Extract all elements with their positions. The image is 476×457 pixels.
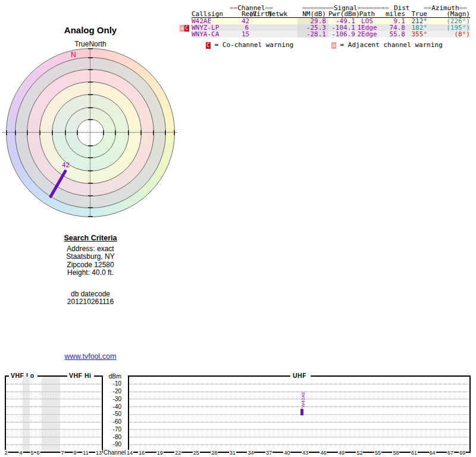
search-criteria-title: Search Criteria [31, 232, 150, 243]
uhf-signal-bar-w42ae [300, 409, 303, 415]
dbm-tick-label: -90 [100, 441, 121, 447]
warning-badge-group-WNYZ-LP: aC [180, 25, 189, 32]
db-datecode: db datecode201210261116 [31, 290, 150, 306]
datecode-line: 201210261116 [31, 298, 150, 306]
axis-tick [27, 130, 28, 135]
col-header-virt: (Virt) [249, 11, 268, 18]
channel-tick-40: 40 [283, 450, 290, 456]
axis-tick [115, 130, 116, 135]
axis-tick [77, 130, 78, 135]
axis-tick [165, 130, 166, 135]
channel-axis-label: Channel [104, 449, 126, 456]
spacer-cell [427, 18, 441, 24]
gridline-uhf [129, 399, 469, 399]
datecode-line: db datecode [31, 290, 150, 298]
channel-tick-31: 31 [229, 450, 236, 456]
gridline-uhf [129, 406, 469, 407]
cell-real: 15 [242, 31, 249, 37]
cell-netwk [268, 31, 287, 37]
axis-tick [52, 130, 53, 135]
tvfool-link[interactable]: www.tvfool.com [65, 352, 117, 361]
dbm-tick-label: -50 [100, 411, 121, 417]
gridline-vhf [6, 406, 102, 407]
channel-tick-69: 69 [459, 450, 466, 456]
spacer-cell [377, 24, 386, 31]
spacer-cell [287, 31, 298, 37]
channel-tick-11: 11 [82, 450, 89, 456]
channel-tick-43: 43 [302, 450, 309, 456]
gridline-uhf [129, 429, 469, 430]
col-header-netwk: Netwk [268, 11, 287, 18]
channel-tick-5: 5 [30, 450, 34, 456]
gridline-vhf [6, 437, 102, 437]
polar-vertical-axis [90, 50, 90, 216]
spacer-cell [287, 18, 298, 24]
dbm-tick-label: -70 [100, 426, 121, 433]
gridline-vhf [6, 384, 102, 384]
axis-tick [6, 130, 7, 135]
polar-plot [7, 49, 174, 217]
channel-tick-28: 28 [211, 450, 218, 456]
spacer-cell [427, 24, 441, 31]
axis-tick [88, 119, 93, 120]
spacer-cell [287, 11, 298, 18]
channel-tick-67: 67 [447, 450, 454, 456]
search-criteria-line: Zipcode 12580 [31, 261, 150, 269]
gridline-uhf [129, 384, 469, 384]
legend-item-C: C = Co-channel warning [206, 42, 293, 49]
channel-tick-16: 16 [138, 450, 145, 456]
axis-tick [88, 157, 93, 158]
warning-badge-C: C [184, 25, 189, 32]
gridline-vhf [6, 392, 102, 392]
polar-center [77, 119, 104, 146]
axis-tick [140, 130, 142, 135]
axis-tick [88, 195, 93, 196]
gridline-uhf [129, 392, 469, 392]
polar-title: Analog Only [31, 25, 150, 36]
search-criteria-line: Height: 40.0 ft. [31, 269, 150, 277]
axis-tick [88, 82, 93, 83]
axis-tick [88, 145, 93, 146]
dbm-tick-label: -10 [100, 380, 121, 387]
tvfool-report: ==Channel== ========Signal======== Dist … [0, 0, 476, 457]
axis-tick [88, 183, 93, 184]
spacer-cell [377, 31, 386, 37]
legend-text: = Co-channel warning [211, 41, 293, 49]
spacer-cell [377, 18, 386, 24]
axis-tick [88, 57, 93, 58]
cell-netwk [268, 18, 287, 24]
magnetic-north-label: N [71, 51, 76, 59]
channel-tick-19: 19 [156, 450, 164, 456]
channel-tick-4: 4 [18, 450, 23, 456]
axis-tick [88, 94, 93, 95]
uhf-top-border-1 [128, 375, 290, 377]
gridline-vhf [6, 445, 102, 445]
tvfool-link-wrap: www.tvfool.com [31, 350, 150, 361]
gridline-uhf [129, 445, 469, 445]
cell-virt [249, 18, 268, 24]
true-north-label: TrueNorth [31, 40, 150, 48]
warning-badge-a: a [180, 25, 184, 32]
cell-nm: -28.1 [298, 31, 328, 37]
uhf-right-border [469, 375, 471, 453]
channel-tick-6: 6 [36, 450, 40, 456]
channel-tick-7: 7 [60, 450, 64, 456]
dbm-tick-label: -30 [100, 396, 121, 402]
axis-tick [88, 69, 93, 70]
channel-tick-55: 55 [374, 450, 381, 456]
legend-text: = Adjacent channel warning [336, 41, 443, 49]
cell-pwr: -106.9 [328, 31, 355, 37]
uhf-signal-bar-label: W42AE [300, 392, 306, 408]
channel-tick-49: 49 [338, 450, 345, 456]
channel-tick-61: 61 [411, 450, 418, 456]
gridline-uhf [129, 437, 469, 437]
section-title-uhf: UHF [293, 373, 306, 379]
channel-tick-58: 58 [392, 450, 399, 456]
legend-item-a: a = Adjacent channel warning [331, 42, 443, 49]
vhf-top-border-2 [37, 375, 67, 377]
axis-tick [88, 107, 93, 108]
cell-miles: 55.8 [386, 31, 405, 37]
dbm-tick-label: -40 [100, 403, 121, 410]
channel-tick-2: 2 [4, 450, 8, 456]
uhf-top-border-2 [311, 375, 471, 377]
